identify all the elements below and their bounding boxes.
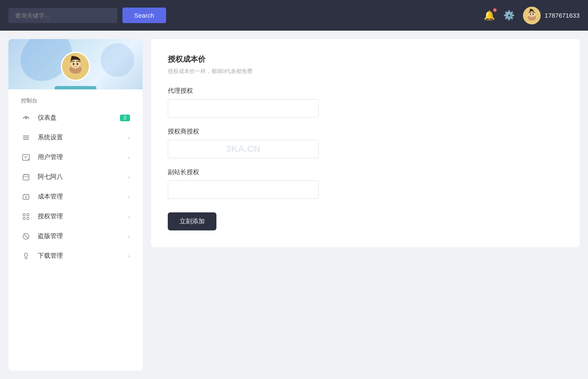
vendor-auth-label: 授权商授权 [168,128,563,136]
avatar [523,7,541,24]
form-card: 授权成本价 授权成本价一样，都填0代表都免费 代理授权 授权商授权 3KA.CN… [151,39,580,247]
sidebar: 控制台 仪表盘 0 系统设置 › [8,39,143,371]
chevron-right-icon: › [128,233,130,240]
form-group-proxy-auth: 代理授权 [168,87,563,118]
profile-section [55,52,96,89]
proxy-auth-label: 代理授权 [168,87,563,95]
search-button[interactable]: Search [122,8,166,23]
form-title: 授权成本价 [168,54,563,64]
content-area: 授权成本价 授权成本价一样，都填0代表都免费 代理授权 授权商授权 3KA.CN… [151,39,580,371]
chevron-right-icon: › [128,253,130,259]
form-subtitle: 授权成本价一样，都填0代表都免费 [168,68,563,75]
block-icon [21,233,31,240]
svg-rect-28 [23,217,25,220]
svg-point-25 [25,196,27,198]
svg-rect-22 [23,195,29,199]
sidebar-item-label: 阿七阿八 [38,173,128,181]
sidebar-item-label: 盗版管理 [38,232,128,240]
svg-rect-27 [27,214,29,216]
sidebar-item-piracy-management[interactable]: 盗版管理 › [8,226,143,246]
submit-button[interactable]: 立刻添加 [168,212,216,230]
header: Search 🔔 ⚙️ 1787671633 [0,0,588,31]
chevron-right-icon: › [128,213,130,220]
profile-avatar [61,52,90,81]
sidebar-header [8,39,143,89]
notification-badge [493,8,497,12]
chevron-right-icon: › [128,193,130,200]
svg-point-4 [532,13,533,15]
chevron-right-icon: › [128,134,130,141]
avatar-name-bar [55,86,96,89]
user-icon [21,154,31,161]
calendar-icon [21,173,31,181]
search-input[interactable] [8,8,117,23]
svg-point-8 [73,63,74,65]
settings-icon[interactable]: ⚙️ [503,10,515,21]
sidebar-item-label: 系统设置 [38,133,128,141]
sidebar-item-user-management[interactable]: 用户管理 › [8,147,143,167]
sidebar-item-label: 仪表盘 [38,114,120,122]
form-group-vendor-auth: 授权商授权 3KA.CN [168,128,563,158]
notification-icon[interactable]: 🔔 [484,10,495,21]
sidebar-item-cost-management[interactable]: 成本管理 › [8,187,143,206]
svg-point-9 [77,63,78,65]
sub-admin-auth-input[interactable] [168,180,319,199]
sidebar-item-label: 授权管理 [38,212,128,220]
chevron-right-icon: › [128,154,130,161]
grid-icon [21,213,31,220]
svg-rect-29 [27,217,29,220]
sidebar-item-a7a8[interactable]: 阿七阿八 › [8,167,143,187]
sidebar-item-download-management[interactable]: 下载管理 › [8,246,143,266]
cost-icon [21,193,31,201]
proxy-auth-input[interactable] [168,99,319,118]
sidebar-item-label: 下载管理 [38,252,128,260]
settings-menu-icon [21,134,31,141]
svg-rect-26 [23,214,25,216]
svg-line-31 [24,234,28,238]
user-area[interactable]: 1787671633 [523,7,580,24]
username-label: 1787671633 [545,12,580,19]
sidebar-item-system-settings[interactable]: 系统设置 › [8,128,143,147]
dashboard-badge: 0 [120,115,130,121]
chevron-right-icon: › [128,174,130,180]
sidebar-item-label: 成本管理 [38,193,128,201]
sidebar-section-label: 控制台 [8,89,143,108]
vendor-auth-input[interactable] [168,140,319,158]
sidebar-item-auth-management[interactable]: 授权管理 › [8,206,143,226]
svg-point-32 [24,253,28,256]
sub-admin-auth-label: 副站长授权 [168,168,563,176]
header-right: 🔔 ⚙️ 1787671633 [484,7,580,24]
main-layout: 控制台 仪表盘 0 系统设置 › [0,31,588,379]
download-icon [21,252,31,260]
svg-rect-18 [23,175,29,180]
form-group-sub-admin-auth: 副站长授权 [168,168,563,199]
sidebar-item-label: 用户管理 [38,153,128,161]
sidebar-item-dashboard[interactable]: 仪表盘 0 [8,108,143,128]
svg-point-3 [530,13,531,15]
dashboard-icon [21,114,31,122]
